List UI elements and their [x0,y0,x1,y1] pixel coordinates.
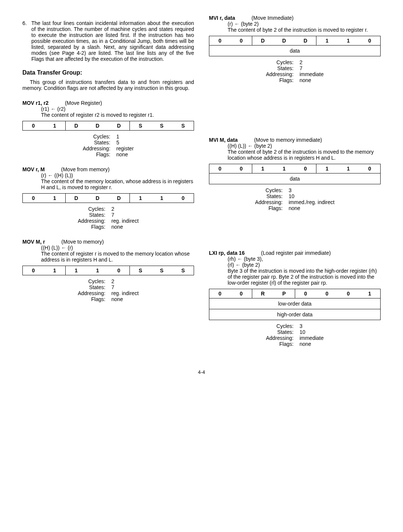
page-number: 4-4 [22,369,381,375]
intro-num: 6. [22,20,31,62]
op-notation: (rh) ← (byte 3), [228,256,381,262]
mnemonic-name: MOV M, r [22,239,45,245]
lxi-rp: LXI rp, data 16 (Load register pair imme… [209,250,381,347]
opcode-box: 0 1 1 1 0 S S S [22,266,194,275]
mvi-m: MVI M, data (Move to memory immediate) (… [209,137,381,211]
mnemonic-name: MVI r, data [209,15,235,21]
opcode-box: 0 1 D D D 1 1 0 [22,193,194,203]
mnemonic-desc: (Move to memory) [62,239,104,245]
stats-block: Cycles:3 States:10 Addressing:immed./reg… [209,187,381,211]
op-notation: ((H) (L)) ← (byte 2) [228,143,381,149]
mnemonic-desc: (Move to memory immediate) [254,137,322,143]
mnemonic-name: MOV r, M [22,166,45,172]
opcode-box: 0 0 R P 0 0 0 1 low-order data high-orde… [209,289,381,320]
mnemonic-name: MVI M, data [209,137,238,143]
op-notation: (r1) ← (r2) [41,106,194,112]
stats-block: Cycles:2 States:7 Addressing:reg. indire… [22,206,194,230]
opcode-box: 0 0 1 1 0 1 1 0 data [209,164,381,184]
mov-r1-r2: MOV r1, r2 (Move Register) (r1) ← (r2) T… [22,100,194,157]
intro-text: The last four lines contain incidental i… [31,20,194,62]
stats-block: Cycles:3 States:10 Addressing:immediate … [209,323,381,347]
op-text: The content of byte 2 of the instruction… [228,27,381,33]
op-notation: (rl) ← (byte 2) [228,262,381,268]
mvi-r: MVI r, data (Move Immediate) (r) ← (byte… [209,15,381,83]
dtg-heading: Data Transfer Group: [22,69,194,76]
stats-block: Cycles:1 States:5 Addressing:register Fl… [22,134,194,157]
op-text: The content of register r2 is moved to r… [41,112,194,118]
mnemonic-desc: (Move Immediate) [252,15,294,21]
mov-r-m: MOV r, M (Move from memory) (r) ← ((H) (… [22,166,194,230]
op-text: The content of register r is moved to th… [41,251,194,263]
op-text: The content of the memory location, whos… [41,178,194,190]
op-text: Byte 3 of the instruction is moved into … [228,268,381,286]
opcode-box: 0 1 D D D S S S [22,121,194,131]
intro-list: 6. The last four lines contain incidenta… [22,20,194,62]
stats-block: Cycles:2 States:7 Addressing:reg. indire… [22,278,194,302]
op-text: The content of byte 2 of the instruction… [228,149,381,161]
stats-block: Cycles:2 States:7 Addressing:immediate F… [209,59,381,83]
dtg-text: This group of instructions transfers dat… [22,79,194,91]
op-notation: (r) ← ((H) (L)) [41,172,194,178]
mnemonic-desc: (Move Register) [65,100,102,106]
opcode-box: 0 0 D D D 1 1 0 data [209,36,381,56]
op-notation: (r) ← (byte 2) [228,21,381,27]
mnemonic-name: MOV r1, r2 [22,100,49,106]
op-notation: ((H) (L)) ← (r) [41,245,194,251]
mnemonic-name: LXI rp, data 16 [209,250,245,256]
mov-m-r: MOV M, r (Move to memory) ((H) (L)) ← (r… [22,239,194,302]
mnemonic-desc: (Load register pair immediate) [261,250,331,256]
mnemonic-desc: (Move from memory) [61,166,110,172]
